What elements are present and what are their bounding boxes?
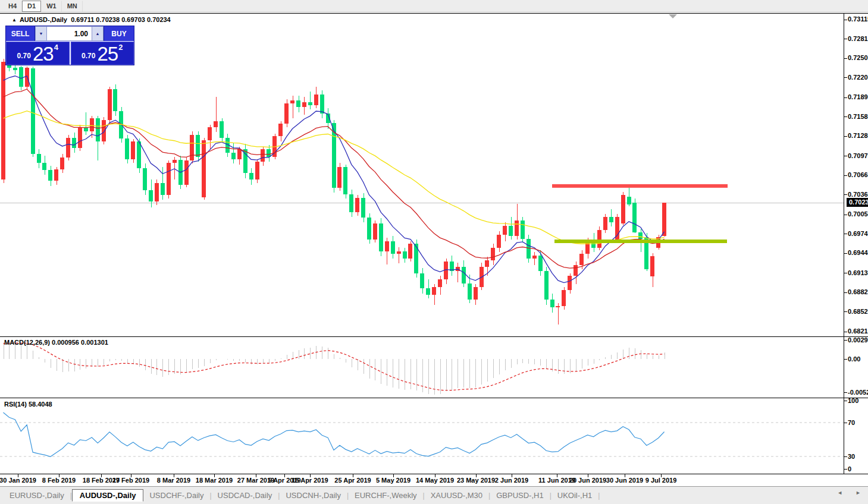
price-axis-label: 0.68520	[848, 308, 868, 315]
sell-price-big-digits: 23	[33, 45, 54, 63]
rsi-indicator-label: RSI(14) 58.4048	[4, 401, 52, 408]
price-axis-label: 0.70665	[848, 171, 868, 178]
symbol-tab-xauusd-m30[interactable]: XAUUSD-,M30	[425, 490, 488, 501]
rsi-axis-label: 0	[848, 465, 851, 472]
timeframe-button-h4[interactable]: H4	[3, 1, 22, 12]
scroll-position-marker-icon	[669, 14, 677, 18]
date-axis-label: 2 Jun 2019	[495, 477, 528, 484]
date-axis-label: 5 May 2019	[376, 477, 411, 484]
macd-indicator-label: MACD(12,26,9) 0.000956 0.001301	[4, 339, 108, 346]
date-axis-label: 25 Apr 2019	[334, 477, 371, 484]
buy-price-button[interactable]: 0.70252	[71, 42, 134, 65]
one-click-trade-panel: SELL ▼ ▲ BUY 0.70234 0.70252	[6, 26, 134, 65]
price-axis-label: 0.69130	[848, 269, 868, 276]
tab-scroll-left-icon[interactable]: ◄	[837, 490, 842, 496]
symbol-tab-usdchf-daily[interactable]: USDCHF-,Daily	[143, 490, 209, 501]
timeframe-button-d1[interactable]: D1	[22, 1, 41, 12]
date-axis-label: 8 Mar 2019	[157, 477, 190, 484]
symbol-tab-eurusd-daily[interactable]: EURUSD-,Daily	[4, 490, 70, 501]
tab-scroll-buttons: ◄ ►	[837, 490, 861, 496]
tab-scroll-right-icon[interactable]: ►	[856, 490, 861, 496]
price-axis-label: 0.68825	[848, 288, 868, 295]
resistance-line[interactable]	[552, 184, 728, 188]
price-axis-label: 0.73115	[848, 15, 868, 23]
macd-axis-label: 0.002984	[848, 336, 868, 344]
symbol-tab-usdcnh-daily[interactable]: USDCNH-,Daily	[280, 490, 346, 501]
chart-drawing-surface	[0, 0, 868, 504]
timeframe-button-w1[interactable]: W1	[41, 1, 62, 12]
date-axis-label: 30 Jan 2019	[0, 477, 36, 484]
date-axis-label: 8 Feb 2019	[42, 477, 76, 484]
date-axis-label: 9 Jul 2019	[645, 477, 677, 484]
buy-price-pip-digit: 2	[118, 43, 123, 52]
price-axis-label: 0.72505	[848, 54, 868, 61]
date-axis-label: 20 Jun 2019	[569, 477, 606, 484]
price-axis-label: 0.68210	[848, 327, 868, 335]
date-axis-label: 15 Apr 2019	[292, 477, 328, 484]
volume-decrease-button[interactable]: ▼	[35, 26, 47, 41]
tab-separator: |	[598, 492, 600, 500]
symbol-marker-icon: ▲	[12, 17, 17, 23]
date-axis-label: 18 Mar 2019	[196, 477, 233, 484]
price-axis-label: 0.71585	[848, 113, 868, 120]
chart-ohlc-values: 0.69711 0.70238 0.69703 0.70234	[71, 16, 171, 23]
volume-input[interactable]	[47, 26, 92, 41]
price-axis-label: 0.69440	[848, 249, 868, 256]
buy-price-big-digits: 25	[97, 45, 118, 63]
support-line[interactable]	[554, 240, 727, 243]
symbol-tab-eurchf-weekly[interactable]: EURCHF-,Weekly	[349, 490, 423, 501]
timeframe-button-mn[interactable]: MN	[62, 1, 83, 12]
price-axis-label: 0.69745	[848, 230, 868, 237]
rsi-axis-label: 70	[848, 419, 855, 426]
price-axis-label: 0.72810	[848, 35, 868, 42]
date-axis-label: 14 May 2019	[416, 477, 454, 484]
rsi-axis-label: 30	[848, 453, 855, 460]
symbol-tab-gbpusd-h1[interactable]: GBPUSD-,H1	[490, 490, 549, 501]
symbol-tab-audusd-daily[interactable]: AUDUSD-,Daily	[72, 489, 144, 502]
volume-increase-button[interactable]: ▲	[92, 26, 104, 41]
date-axis-label: 23 May 2019	[457, 477, 495, 484]
symbol-tab-usdcad-daily[interactable]: USDCAD-,Daily	[212, 490, 278, 501]
date-axis-label: 27 Feb 2019	[112, 477, 149, 484]
price-axis-label: 0.70360	[848, 191, 868, 198]
symbol-tab-ukoil-h1[interactable]: UKOil-,H1	[551, 490, 598, 501]
sell-price-prefix: 0.70	[17, 52, 31, 60]
price-axis-label: 0.70050	[848, 210, 868, 218]
rsi-axis-label: 100	[848, 397, 858, 404]
chart-symbol-period: AUDUSD-,Daily	[20, 16, 67, 23]
price-axis-label: 0.70970	[848, 152, 868, 159]
buy-price-prefix: 0.70	[82, 52, 95, 60]
sell-price-pip-digit: 4	[54, 43, 58, 52]
chart-canvas	[0, 0, 868, 504]
sell-button[interactable]: SELL	[6, 26, 35, 41]
current-price-label: 0.70234	[847, 198, 868, 207]
symbol-tab-bar: EURUSD-,Daily|AUDUSD-,DailyUSDCHF-,Daily…	[0, 486, 868, 504]
price-axis-label: 0.71280	[848, 132, 868, 139]
macd-axis-label: 0.00	[848, 355, 860, 363]
sell-price-button[interactable]: 0.70234	[6, 42, 70, 65]
price-axis-label: 0.71890	[848, 93, 868, 100]
timeframe-toolbar: H4D1W1MN	[0, 0, 868, 12]
buy-button[interactable]: BUY	[104, 26, 134, 41]
chart-title: ▲AUDUSD-,Daily 0.69711 0.70238 0.69703 0…	[12, 16, 171, 23]
macd-axis-label: -0.005250	[848, 389, 868, 396]
date-axis-label: 30 Jun 2019	[606, 477, 643, 484]
price-axis-label: 0.72200	[848, 74, 868, 81]
